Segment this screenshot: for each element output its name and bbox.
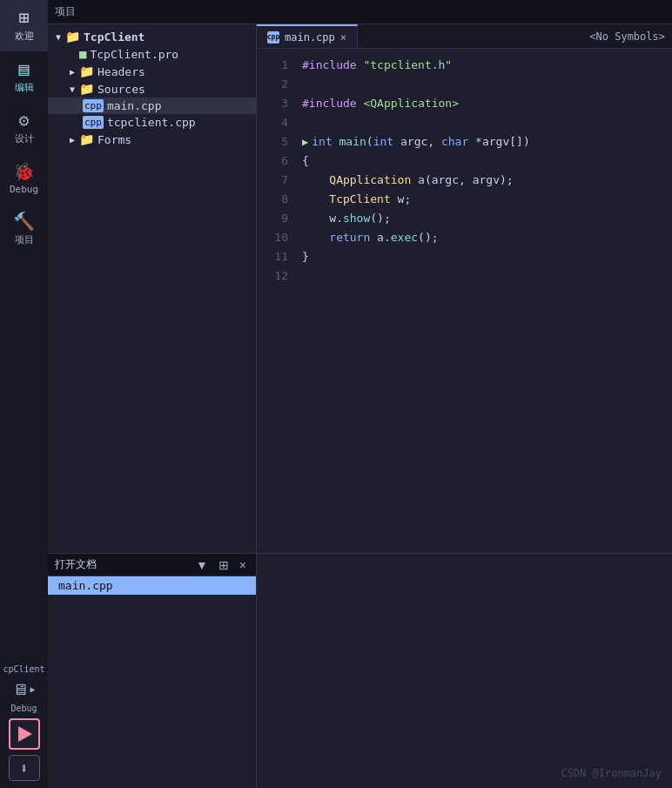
right-column: 项目 ▼ 📁 TcpClient ■ TcpClient.pro	[48, 0, 672, 788]
project-icon: 🔨	[13, 212, 35, 230]
sidebar-label-debug: Debug	[10, 184, 38, 195]
forms-folder-icon: 📁	[79, 132, 94, 146]
code-line-11: }	[302, 247, 665, 266]
design-icon: ⚙	[18, 111, 29, 129]
sidebar-label-design: 设计	[15, 132, 34, 145]
line-numbers: 1 2 3 4 5 6 7 8 9 10 11 12	[257, 49, 299, 553]
upper-area: ▼ 📁 TcpClient ■ TcpClient.pro ▶ 📁 Header…	[48, 24, 672, 553]
code-content[interactable]: #include "tcpclient.h" #include <QApplic…	[299, 49, 672, 553]
tree-label-forms: Forms	[97, 133, 131, 146]
cpp-file-icon-main: cpp	[83, 99, 104, 112]
tab-label-main-cpp: main.cpp	[285, 31, 335, 44]
debug-device-label: cpClient	[3, 664, 44, 675]
lower-right-area	[257, 554, 672, 788]
debug-label-bottom: Debug	[10, 704, 37, 713]
code-line-12	[302, 266, 665, 286]
folder-icon: 📁	[65, 30, 80, 44]
run-triangle-icon	[18, 726, 32, 742]
tree-arrow-tcpclient: ▼	[51, 32, 65, 42]
watermark: CSDN @IronmanJay	[561, 767, 662, 779]
tree-label-tcpclient-pro: TcpClient.pro	[90, 48, 178, 61]
open-docs-split-btn[interactable]: ⊞	[216, 558, 232, 572]
tree-item-forms[interactable]: ▶ 📁 Forms	[48, 131, 256, 148]
sidebar-bottom: cpClient 🖥 ▶ Debug ⬇	[0, 657, 48, 788]
open-docs-dropdown-btn[interactable]: ▼	[193, 558, 211, 572]
tree-item-headers[interactable]: ▶ 📁 Headers	[48, 63, 256, 80]
tree-item-sources[interactable]: ▼ 📁 Sources	[48, 80, 256, 98]
lower-area: 打开文档 ▼ ⊞ × main.cpp	[48, 553, 672, 788]
grid-icon: ⊞	[18, 9, 29, 26]
expand-icon: ▶	[30, 684, 35, 694]
tree-arrow-sources: ▼	[65, 84, 79, 94]
code-line-3: #include <QApplication>	[302, 94, 665, 113]
top-bar: 项目	[48, 0, 672, 24]
tree-label-headers: Headers	[97, 65, 145, 78]
open-docs-body: main.cpp	[48, 576, 256, 788]
code-line-10: return a.exec();	[302, 228, 665, 247]
open-docs-panel: 打开文档 ▼ ⊞ × main.cpp	[48, 554, 257, 788]
file-tree: ▼ 📁 TcpClient ■ TcpClient.pro ▶ 📁 Header…	[48, 24, 257, 553]
code-line-1: #include "tcpclient.h"	[302, 56, 665, 75]
debug-icon: 🐞	[13, 163, 35, 180]
tree-label-sources: Sources	[97, 83, 145, 96]
monitor-icon: 🖥	[12, 680, 28, 698]
tab-cpp-icon: cpp	[267, 31, 279, 44]
sidebar-label-project: 项目	[15, 233, 34, 246]
tree-item-tcpclient-pro[interactable]: ■ TcpClient.pro	[48, 45, 256, 63]
code-line-4	[302, 113, 665, 132]
sidebar-item-welcome[interactable]: ⊞ 欢迎	[0, 0, 48, 51]
sources-folder-icon: 📁	[79, 82, 94, 96]
open-docs-header: 打开文档 ▼ ⊞ ×	[48, 554, 256, 576]
code-line-6: {	[302, 152, 665, 171]
run-button[interactable]	[9, 718, 40, 750]
tree-item-main-cpp[interactable]: cpp main.cpp	[48, 98, 256, 114]
sidebar-item-debug[interactable]: 🐞 Debug	[0, 154, 48, 204]
top-bar-text: 项目	[55, 4, 76, 19]
open-doc-main-cpp[interactable]: main.cpp	[48, 576, 256, 595]
tree-arrow-headers: ▶	[65, 67, 79, 77]
sidebar-item-edit[interactable]: ▤ 编辑	[0, 51, 48, 103]
code-line-9: w.show();	[302, 209, 665, 228]
code-line-8: TcpClient w;	[302, 190, 665, 209]
tab-bar: cpp main.cpp × <No Symbols>	[257, 24, 672, 49]
tab-no-symbols: <No Symbols>	[589, 30, 665, 43]
tab-main-cpp[interactable]: cpp main.cpp ×	[257, 24, 358, 48]
tree-item-tcpclient[interactable]: ▼ 📁 TcpClient	[48, 28, 256, 45]
sidebar-item-project[interactable]: 🔨 项目	[0, 204, 48, 255]
open-docs-title: 打开文档	[55, 557, 188, 572]
step-button[interactable]: ⬇	[9, 755, 40, 781]
tree-arrow-forms: ▶	[65, 135, 79, 145]
code-line-5: ▶ int main(int argc, char *argv[])	[302, 132, 665, 152]
edit-icon: ▤	[18, 60, 29, 77]
sidebar-item-design[interactable]: ⚙ 设计	[0, 103, 48, 154]
tree-label-tcpclient-cpp: tcpclient.cpp	[107, 116, 196, 129]
debug-device-icon-area: 🖥 ▶	[12, 680, 35, 698]
cpp-file-icon-tcpclient: cpp	[83, 116, 104, 129]
step-icon: ⬇	[20, 760, 29, 777]
headers-folder-icon: 📁	[79, 64, 94, 78]
code-editor: 1 2 3 4 5 6 7 8 9 10 11 12	[257, 49, 672, 553]
tree-item-tcpclient-cpp[interactable]: cpp tcpclient.cpp	[48, 114, 256, 131]
pro-file-icon: ■	[79, 47, 86, 61]
sidebar-label-welcome: 欢迎	[15, 30, 34, 43]
tree-label-main-cpp: main.cpp	[107, 99, 162, 112]
tree-label-tcpclient: TcpClient	[84, 30, 144, 44]
code-line-7: QApplication a(argc, argv);	[302, 171, 665, 190]
code-line-2	[302, 75, 665, 94]
editor-area: cpp main.cpp × <No Symbols> 1 2 3 4	[257, 24, 672, 553]
open-docs-close-btn[interactable]: ×	[237, 558, 249, 572]
tab-close-main-cpp[interactable]: ×	[340, 31, 346, 44]
sidebar-label-edit: 编辑	[15, 81, 34, 94]
